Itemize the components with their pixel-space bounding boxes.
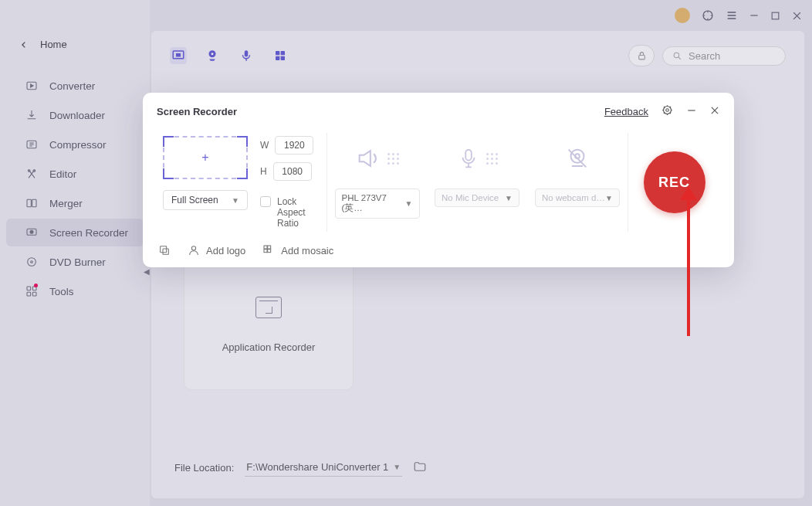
svg-rect-24 [281, 56, 285, 60]
sidebar-item-label: Compressor [49, 139, 107, 151]
home-label: Home [40, 39, 67, 50]
sidebar-item-label: DVD Burner [49, 256, 106, 268]
width-input[interactable]: 1920 [275, 136, 313, 155]
svg-point-27 [664, 107, 672, 114]
add-logo-label: Add logo [206, 245, 245, 256]
mic-device-select[interactable]: No Mic Device ▼ [435, 188, 519, 207]
tools-icon [25, 285, 39, 297]
lock-button[interactable] [628, 45, 655, 66]
svg-rect-33 [163, 249, 168, 254]
mode-screen-icon[interactable] [170, 47, 187, 64]
sidebar-item-merger[interactable]: Merger [6, 189, 144, 217]
sidebar-item-label: Converter [49, 80, 95, 92]
home-button[interactable]: Home [0, 31, 150, 70]
sidebar-item-downloader[interactable]: Downloader [6, 101, 144, 129]
search-input[interactable]: Search [662, 46, 786, 66]
card-title: Application Recorder [222, 341, 316, 353]
lock-aspect-label: Lock Aspect Ratio [277, 196, 323, 229]
user-avatar[interactable] [675, 8, 690, 23]
mode-grid-icon[interactable] [272, 47, 289, 64]
sidebar-item-dvd-burner[interactable]: DVD Burner [6, 248, 144, 276]
svg-rect-21 [276, 51, 279, 55]
search-placeholder: Search [689, 50, 720, 62]
merger-icon [25, 197, 39, 209]
file-location-path: F:\Wondershare UniConverter 1 [246, 461, 388, 473]
add-logo-button[interactable]: Add logo [188, 244, 245, 256]
svg-rect-1 [772, 12, 779, 19]
webcam-icon [564, 141, 590, 176]
svg-rect-7 [32, 199, 36, 206]
svg-point-30 [571, 150, 584, 163]
audio-device-select[interactable]: PHL 273V7 (英… ▼ [335, 188, 420, 219]
sidebar-item-tools[interactable]: Tools [6, 277, 144, 305]
sidebar-item-label: Tools [49, 286, 74, 297]
screen-mode-label: Full Screen [171, 195, 218, 205]
svg-rect-32 [161, 246, 167, 253]
svg-point-34 [191, 246, 195, 250]
svg-rect-29 [465, 150, 472, 161]
feedback-link[interactable]: Feedback [604, 106, 648, 117]
add-mosaic-label: Add mosaic [281, 245, 333, 256]
minimize-icon[interactable] [749, 10, 760, 21]
capture-region-selector[interactable]: + [163, 136, 248, 179]
checkbox-icon [260, 196, 271, 207]
svg-rect-23 [276, 56, 279, 60]
menu-icon[interactable] [726, 9, 738, 22]
sidebar-item-label: Screen Recorder [49, 227, 128, 239]
svg-point-10 [28, 258, 36, 267]
svg-rect-6 [27, 199, 31, 206]
maximize-icon[interactable] [770, 11, 780, 21]
editor-icon [25, 168, 39, 180]
svg-point-19 [211, 53, 214, 55]
screenshot-icon [158, 244, 171, 256]
mic-device-label: No Mic Device [442, 193, 499, 202]
file-location-label: File Location: [174, 462, 234, 474]
audio-device-label: PHL 273V7 (英… [342, 193, 405, 214]
application-recorder-card[interactable]: Application Recorder [184, 259, 354, 390]
height-input[interactable]: 1080 [273, 162, 312, 181]
height-label: H [260, 166, 267, 177]
sidebar: Home Converter Downloader Compressor Edi… [0, 0, 151, 506]
sidebar-item-editor[interactable]: Editor [6, 160, 144, 188]
annotation-arrow [687, 197, 690, 336]
open-folder-icon[interactable] [413, 460, 427, 476]
compressor-icon [25, 138, 39, 151]
dialog-minimize-icon[interactable] [686, 105, 697, 118]
support-icon[interactable] [701, 8, 715, 22]
file-location-select[interactable]: F:\Wondershare UniConverter 1 ▼ [245, 458, 402, 477]
lock-aspect-checkbox[interactable]: Lock Aspect Ratio [260, 196, 323, 229]
sidebar-item-converter[interactable]: Converter [6, 72, 144, 100]
sidebar-item-screen-recorder[interactable]: Screen Recorder [6, 219, 144, 246]
application-recorder-icon [255, 297, 282, 318]
sidebar-item-label: Downloader [49, 110, 105, 121]
plus-icon: + [201, 151, 208, 165]
mode-webcam-icon[interactable] [204, 47, 221, 64]
microphone-icon [457, 141, 498, 176]
dialog-title: Screen Recorder [157, 106, 237, 117]
svg-point-26 [674, 53, 679, 58]
webcam-device-select[interactable]: No webcam d… ▼ [535, 188, 620, 207]
person-icon [188, 244, 200, 256]
chevron-down-icon: ▼ [405, 199, 413, 208]
chevron-down-icon: ▼ [393, 463, 401, 471]
close-icon[interactable] [791, 10, 803, 22]
add-mosaic-button[interactable]: Add mosaic [262, 244, 333, 256]
screen-mode-select[interactable]: Full Screen ▼ [163, 190, 248, 210]
screen-recorder-icon [25, 226, 39, 239]
mode-audio-icon[interactable] [238, 47, 255, 64]
svg-rect-15 [32, 292, 36, 296]
sidebar-item-compressor[interactable]: Compressor [6, 131, 144, 158]
settings-icon[interactable] [661, 104, 674, 119]
svg-rect-36 [268, 246, 271, 249]
downloader-icon [25, 109, 39, 121]
search-icon [672, 51, 682, 61]
dialog-close-icon[interactable] [709, 105, 720, 118]
record-button[interactable]: REC [644, 151, 705, 213]
chevron-down-icon: ▼ [505, 194, 513, 202]
mosaic-icon [262, 244, 275, 256]
svg-rect-12 [27, 287, 31, 290]
svg-rect-20 [245, 50, 249, 56]
sidebar-item-label: Merger [49, 198, 83, 209]
screenshot-tool[interactable] [158, 244, 171, 256]
svg-rect-37 [264, 250, 267, 253]
